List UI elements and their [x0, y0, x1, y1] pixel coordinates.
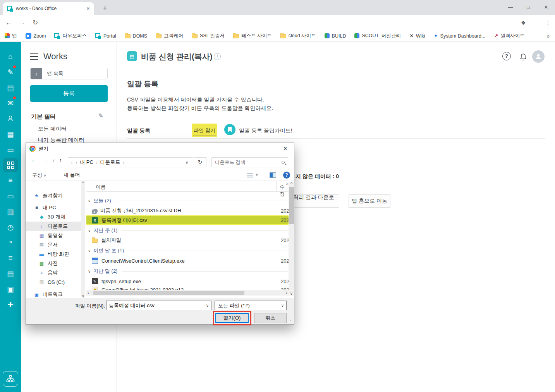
organize-menu[interactable]: 구성 ∨ [32, 172, 46, 179]
sidebar-item-menu[interactable]: ≡ [0, 250, 21, 266]
forward-icon[interactable]: → [17, 18, 27, 28]
notifications-bell-icon[interactable] [519, 52, 528, 63]
new-tab-button[interactable]: + [100, 3, 110, 13]
works-menu-icon[interactable] [30, 53, 38, 55]
app-list-back-button[interactable]: ‹ 앱 목록 [30, 68, 108, 79]
bookmark-build[interactable]: BUILD [325, 33, 346, 39]
extensions-icon[interactable]: ❖ [518, 18, 528, 28]
browser-tab[interactable]: works - Daou Office ✕ [3, 2, 94, 15]
tree-item-videos[interactable]: ▦동영상 [26, 231, 81, 240]
window-maximize-button[interactable]: □ [519, 0, 537, 15]
sidebar-item-works-active[interactable] [0, 157, 21, 173]
reload-icon[interactable]: ↻ [30, 18, 40, 28]
dialog-close-icon[interactable]: ✕ [277, 143, 294, 154]
file-list-horizontal-scrollbar[interactable]: ‹ › [86, 290, 289, 296]
sidebar-item-mail[interactable]: ✉ [0, 95, 21, 111]
tree-item-pictures[interactable]: ▩사진 [26, 259, 81, 268]
filter-all-data[interactable]: 모든 데이터 [38, 126, 67, 132]
bookmark-ssl[interactable]: SSL 인증서 [192, 33, 225, 39]
tree-item-os-c[interactable]: ▥OS (C:) [26, 277, 81, 287]
breadcrumb-downloads[interactable]: 다운로드 [100, 159, 120, 166]
name-column-header[interactable]: 이름 [96, 184, 106, 191]
file-row-install-folder[interactable]: 설치파일 202 [86, 236, 289, 244]
tab-close-icon[interactable]: ✕ [86, 6, 90, 11]
info-icon[interactable]: i [214, 53, 221, 60]
bookmark-apps[interactable]: 앱 [5, 33, 17, 39]
bookmark-remote-site[interactable]: ↗원격사이트 [494, 33, 524, 39]
breadcrumb-dropdown-icon[interactable]: ∨ [183, 160, 191, 165]
sidebar-item-note[interactable]: ▤ [0, 266, 21, 281]
sidebar-item-attendance[interactable]: ◷ [0, 219, 21, 235]
sidebar-item-board[interactable]: ≡ [0, 173, 21, 188]
view-dropdown-icon[interactable]: ∨ [256, 173, 258, 177]
window-close-button[interactable]: ✕ [537, 0, 555, 15]
sidebar-item-contacts[interactable] [0, 111, 21, 126]
breadcrumb[interactable]: ↓ › 내 PC › 다운로드 › ∨ [68, 157, 193, 167]
tree-item-my-pc[interactable]: ■내 PC [26, 203, 81, 212]
back-icon[interactable]: ← [4, 18, 14, 28]
browser-menu-icon[interactable]: ⋮ [543, 18, 553, 28]
bookmark-customer-care[interactable]: 고객케어 [156, 33, 183, 39]
scrollbar-thumb[interactable] [289, 187, 294, 224]
tree-item-desktop[interactable]: ▬바탕 화면 [26, 249, 81, 259]
bookmark-system-dashboard[interactable]: ✦System Dashboard... [434, 33, 486, 39]
group-today[interactable]: ∨ 오늘 (2) [88, 197, 288, 205]
filetype-select[interactable]: 모든 파일 (*.*) ∨ [215, 301, 287, 310]
dialog-title-bar[interactable]: 열기 [26, 143, 294, 155]
bookmark-zoom[interactable]: Zoom [26, 33, 46, 39]
register-button[interactable]: 등록 [30, 85, 108, 102]
sidebar-item-compose[interactable]: ✎ [0, 64, 21, 80]
tree-item-3d-objects[interactable]: ◆3D 개체 [26, 212, 81, 222]
sort-asc-icon[interactable]: ^ [286, 183, 288, 187]
preview-pane-icon[interactable] [270, 172, 276, 178]
dialog-help-icon[interactable]: ? [283, 172, 290, 179]
bookmarks-overflow-icon[interactable]: » [546, 33, 550, 39]
search-input[interactable] [215, 160, 282, 165]
bookmark-wiki[interactable]: ✕Wiki [409, 33, 425, 39]
bookmark-daouoffice[interactable]: 다우오피스 [54, 33, 87, 39]
filename-combobox[interactable]: ∨ [106, 301, 211, 310]
refresh-button[interactable]: ↻ [194, 157, 206, 167]
new-folder-button[interactable]: 새 폴더 [64, 172, 80, 179]
tree-scrollbar[interactable]: ^ ∨ [81, 181, 85, 298]
tree-item-network[interactable]: ▣네트워크 [26, 290, 81, 298]
open-button[interactable]: 열기(O) [215, 313, 249, 323]
bookmark-cloud-site[interactable]: cloud 사이트 [280, 33, 316, 39]
bookmark-portal[interactable]: Portal [95, 33, 116, 39]
edit-filter-icon[interactable]: ✎ [98, 112, 103, 119]
tree-item-favorites[interactable]: ★즐겨찾기 [26, 191, 81, 200]
file-list-vertical-scrollbar[interactable]: ^ ∨ [289, 182, 294, 296]
forward-icon[interactable]: → [42, 157, 48, 163]
tree-item-downloads-selected[interactable]: ↓다운로드 [26, 222, 81, 231]
chevron-down-icon[interactable]: ∨ [204, 303, 211, 308]
tree-item-documents[interactable]: ▤문서 [26, 240, 81, 249]
sidebar-item-workspace[interactable]: ▣ [0, 281, 21, 297]
history-chevron-icon[interactable]: ∨ [52, 158, 55, 162]
guide-bookmark-icon[interactable] [224, 124, 235, 135]
file-row-connectwise[interactable]: ConnectWiseControl.ClientSetup.exe 202 [86, 256, 289, 265]
bookmark-doms[interactable]: DOMS [125, 33, 148, 39]
sidebar-item-calendar[interactable]: ▦ [0, 126, 21, 142]
file-row-tgsvpn[interactable]: tgsvpn_setup.exe 202 [86, 277, 289, 285]
breadcrumb-my-pc[interactable]: 내 PC [80, 159, 93, 166]
sidebar-item-archive[interactable]: ▥ [0, 204, 21, 219]
sidebar-item-drive[interactable]: ▭ [0, 142, 21, 157]
file-find-button[interactable]: 파일 찾기 [193, 125, 216, 136]
help-icon[interactable]: ? [502, 52, 511, 60]
user-avatar[interactable] [532, 50, 545, 63]
app-home-button[interactable]: 앱 홈으로 이동 [349, 194, 390, 208]
list-view-icon[interactable] [247, 173, 253, 178]
scrollbar-thumb[interactable] [93, 291, 244, 295]
group-earlier-this-month[interactable]: ∨ 이번 달 초 (1) [88, 247, 288, 254]
bookmark-test-site[interactable]: 테스트 사이트 [233, 33, 271, 39]
resize-grip-icon[interactable]: ⋱ [289, 318, 293, 323]
bookmark-scout[interactable]: SCOUT_버전관리 [354, 33, 401, 39]
window-minimize-button[interactable]: — [502, 0, 519, 15]
back-icon[interactable]: ← [31, 157, 37, 163]
sidebar-item-chat[interactable]: ▭ [0, 188, 21, 204]
search-box[interactable] [211, 157, 288, 167]
tree-item-music[interactable]: ♪음악 [26, 268, 81, 277]
file-row-csv-highlighted[interactable]: 등록예정 데이터.csv 202 [86, 215, 289, 225]
up-icon[interactable]: ↑ [59, 157, 62, 163]
org-chart-button[interactable] [3, 371, 18, 387]
